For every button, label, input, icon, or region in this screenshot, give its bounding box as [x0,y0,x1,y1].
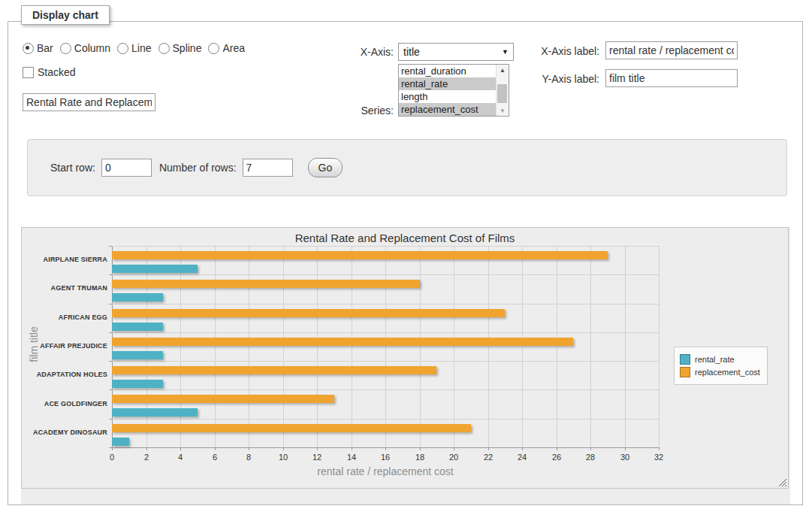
gridline-v-12 [317,246,318,447]
x-axis-select[interactable]: title ▼ [398,43,514,61]
gridline-v-26 [557,246,557,447]
series-option-rental_duration[interactable]: rental_duration [399,65,496,77]
series-option-rental_rate[interactable]: rental_rate [399,77,496,90]
chart-type-option-area[interactable]: Area [208,42,245,54]
x-tick-label-20: 20 [442,453,465,462]
gridline-h-5 [112,389,659,390]
category-label: AFFAIR PREJUDICE [25,342,107,350]
category-label: AIRPLANE SIERRA [25,256,107,263]
gridline-v-4 [180,246,181,447]
gridline-v-14 [352,246,352,447]
y-axis-label-input[interactable] [605,69,738,87]
x-axis-tick-24 [522,447,523,450]
chart-type-label: Area [222,42,245,54]
chart-type-radio-area[interactable] [208,43,219,54]
gridline-h-6 [112,419,659,420]
gridline-v-30 [625,246,626,447]
bar-rental_rate-affair-prejudice[interactable] [112,351,163,359]
bar-replacement_cost-ace-goldfinger[interactable] [112,395,334,403]
series-listbox[interactable]: ▲ ▼ rental_durationrental_ratelengthrepl… [398,64,509,117]
legend-item-rental_rate[interactable]: rental_rate [680,354,760,365]
y-axis-tick-4 [109,361,112,362]
chart-type-option-line[interactable]: Line [117,42,151,54]
x-tick-label-26: 26 [545,453,568,462]
bar-replacement_cost-affair-prejudice[interactable] [112,338,573,346]
y-axis-tick-1 [109,274,112,275]
category-label: AFRICAN EGG [25,314,107,321]
resize-grip-icon[interactable] [778,478,787,487]
bar-rental_rate-ace-goldfinger[interactable] [112,408,198,417]
x-tick-label-4: 4 [169,453,192,462]
chart-type-radio-line[interactable] [117,43,128,54]
plot-area [112,246,659,447]
bar-rental_rate-academy-dinosaur[interactable] [112,438,129,446]
chart-type-option-bar[interactable]: Bar [23,42,53,54]
x-axis-tick-10 [283,447,284,450]
gridline-h-3 [112,332,659,333]
chart-panel: Rental Rate and Replacement Cost of Film… [21,227,789,489]
series-option-length[interactable]: length [399,90,496,103]
legend-item-replacement_cost[interactable]: replacement_cost [680,367,760,377]
stacked-label: Stacked [38,66,76,78]
x-axis-tick-12 [317,447,318,450]
x-axis-label-input[interactable] [605,41,738,59]
x-tick-label-22: 22 [477,453,500,462]
chart-type-radio-group: BarColumnLineSplineArea [23,42,252,54]
bar-replacement_cost-adaptation-holes[interactable] [112,366,436,374]
chart-title: Rental Rate and Replacement Cost of Film… [22,232,788,244]
x-tick-label-28: 28 [579,453,602,462]
x-axis-label-label: X-Axis label: [530,45,599,57]
series-option-replacement_cost[interactable]: replacement_cost [399,103,496,116]
stacked-option[interactable]: Stacked [23,66,76,78]
x-tick-label-12: 12 [306,453,328,462]
x-axis-select-label: X-Axis: [331,46,394,58]
chart-type-option-spline[interactable]: Spline [158,42,202,54]
x-axis-tick-30 [625,447,626,450]
bar-rental_rate-adaptation-holes[interactable] [112,380,163,388]
bar-replacement_cost-agent-truman[interactable] [112,280,420,288]
x-axis-tick-2 [146,447,147,450]
gridline-h-1 [112,274,659,275]
chart-type-radio-spline[interactable] [158,43,170,54]
scroll-up-arrow-icon[interactable]: ▲ [497,65,509,75]
chart-type-radio-bar[interactable] [23,43,34,54]
chart-title-input[interactable] [23,93,155,111]
scrollbar-thumb[interactable] [497,84,507,103]
bar-replacement_cost-african-egg[interactable] [112,309,505,317]
gridline-v-22 [488,246,489,447]
chart-type-label: Column [74,42,110,54]
x-axis-tick-4 [180,447,181,450]
x-tick-label-8: 8 [237,453,260,462]
y-axis-tick-0 [109,246,112,247]
chart-type-option-column[interactable]: Column [60,42,110,54]
bar-rental_rate-airplane-sierra[interactable] [112,265,198,273]
x-tick-label-6: 6 [204,453,226,462]
go-button[interactable]: Go [308,158,343,177]
x-axis-tick-20 [454,447,454,450]
x-axis-tick-16 [385,447,386,450]
series-list-scrollbar[interactable]: ▲ ▼ [496,65,509,116]
x-axis-title: rental rate / replacement cost [112,465,659,477]
start-row-label: Start row: [50,162,95,174]
bar-replacement_cost-airplane-sierra[interactable] [112,251,608,259]
chart-type-label: Line [131,42,151,54]
gridline-v-6 [215,246,216,447]
stacked-checkbox[interactable] [23,67,34,78]
chart-type-label: Spline [173,42,202,54]
gridline-v-20 [454,246,454,447]
bar-replacement_cost-academy-dinosaur[interactable] [112,424,471,432]
bar-rental_rate-african-egg[interactable] [112,323,163,331]
num-rows-input[interactable] [243,159,293,177]
x-axis-tick-22 [488,447,489,450]
start-row-input[interactable] [101,159,152,177]
gridline-v-2 [146,246,147,447]
y-axis-tick-6 [109,419,112,420]
display-chart-page: Display chart BarColumnLineSplineArea St… [0,0,812,512]
gridline-v-0 [112,246,113,447]
chart-type-radio-column[interactable] [60,43,71,54]
x-axis-selected-value: title [403,46,420,58]
x-axis-tick-6 [215,447,216,450]
scroll-down-arrow-icon[interactable]: ▼ [497,105,509,116]
bar-rental_rate-agent-truman[interactable] [112,293,163,301]
gridline-v-8 [249,246,249,447]
